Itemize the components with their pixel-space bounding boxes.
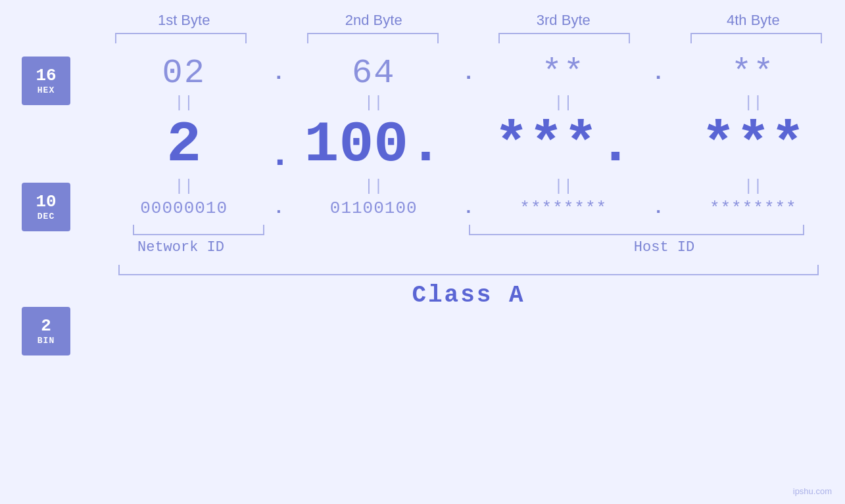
bin-dot-2: .	[458, 198, 478, 218]
hex-val-3: **	[491, 54, 636, 93]
watermark: ipshu.com	[793, 486, 832, 496]
bin-val-1: 00000010	[112, 198, 256, 218]
badge-hex-num: 16	[36, 66, 56, 85]
eq-row-1: || || || ||	[105, 94, 832, 112]
byte-label-4: 4th Byte	[681, 12, 825, 29]
dec-val-1: 2	[112, 116, 256, 174]
bin-val-2: 01100100	[301, 198, 446, 218]
network-id-label: Network ID	[105, 239, 256, 256]
bottom-bracket-host	[469, 225, 804, 235]
bottom-bracket-net	[133, 225, 264, 235]
hex-val-4: **	[681, 54, 825, 93]
hex-dot-2: .	[458, 61, 478, 85]
bottom-brackets	[105, 225, 832, 235]
badge-hex: 16 HEX	[22, 57, 70, 105]
hex-dot-3: .	[648, 61, 668, 85]
top-bracket-2	[307, 33, 439, 43]
badge-dec-num: 10	[36, 193, 56, 212]
bin-val-3: ********	[491, 198, 636, 218]
byte-label-2: 2nd Byte	[301, 12, 446, 29]
id-labels: Network ID Host ID	[105, 239, 832, 256]
big-bracket	[118, 265, 819, 275]
bin-val-4: ********	[681, 198, 825, 218]
bin-dot-3: .	[648, 198, 668, 218]
values-column: 02 . 64 . ** . ** || || || ||	[92, 49, 845, 309]
badge-hex-sub: HEX	[37, 85, 55, 95]
badge-bin-num: 2	[41, 317, 51, 336]
main-container: 1st Byte 2nd Byte 3rd Byte 4th Byte 16	[0, 0, 845, 504]
top-bracket-1	[115, 33, 247, 43]
top-bracket-3	[498, 33, 630, 43]
dec-dot-1: .	[269, 134, 289, 176]
bin-dot-1: .	[269, 198, 289, 218]
class-label: Class A	[105, 282, 832, 309]
eq-row-2: || || || ||	[105, 177, 832, 195]
hex-row: 02 . 64 . ** . **	[105, 54, 832, 93]
dec-val-2: 100.	[301, 116, 446, 174]
badges-column: 16 HEX 10 DEC 2 BIN	[0, 49, 92, 355]
byte-label-3: 3rd Byte	[491, 12, 636, 29]
hex-val-2: 64	[301, 54, 446, 93]
bin-row: 00000010 . 01100100 . ******** . *******…	[105, 198, 832, 218]
host-id-label: Host ID	[496, 239, 832, 256]
byte-label-1: 1st Byte	[112, 12, 256, 29]
dec-val-3: ***.	[491, 116, 636, 174]
badge-dec-sub: DEC	[37, 212, 55, 221]
badge-bin-sub: BIN	[37, 336, 55, 346]
hex-dot-1: .	[269, 61, 289, 85]
big-bracket-container	[105, 265, 832, 275]
hex-val-1: 02	[112, 54, 256, 93]
badge-dec: 10 DEC	[22, 183, 70, 231]
top-bracket-4	[690, 33, 822, 43]
badge-bin: 2 BIN	[22, 307, 70, 355]
dec-val-4: ***	[681, 116, 825, 174]
dec-row: 2 . 100. ***. ***	[105, 114, 832, 176]
